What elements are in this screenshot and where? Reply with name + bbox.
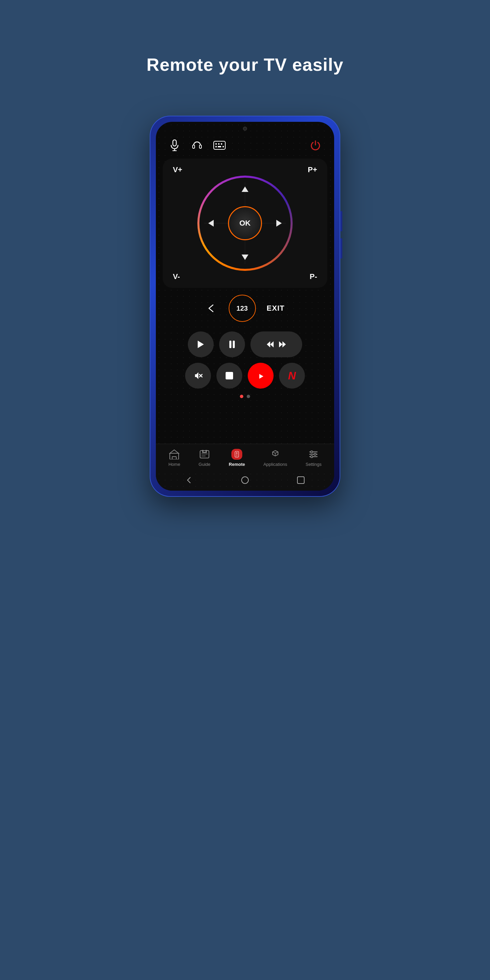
nav-remote[interactable]: Remote — [229, 449, 245, 467]
phone-screen: V+ P+ — [156, 122, 334, 491]
svg-rect-11 — [223, 146, 224, 147]
program-minus-label[interactable]: P- — [310, 272, 317, 281]
guide-icon — [199, 449, 210, 460]
dpad-up-button[interactable] — [241, 186, 249, 192]
netflix-button[interactable]: N — [279, 363, 305, 388]
svg-rect-3 — [192, 145, 195, 148]
dpad-container: V+ P+ — [163, 159, 327, 288]
svg-rect-9 — [215, 146, 217, 147]
dpad-bottom-labels: V- P- — [169, 272, 321, 281]
svg-rect-28 — [236, 454, 237, 454]
nav-guide[interactable]: Guide — [199, 449, 211, 467]
volume-minus-label[interactable]: V- — [173, 272, 180, 281]
headset-icon[interactable] — [191, 139, 204, 152]
svg-rect-20 — [200, 450, 209, 458]
dot-2 — [247, 395, 250, 398]
youtube-button[interactable] — [248, 363, 274, 388]
svg-rect-7 — [218, 143, 220, 145]
dpad-top-labels: V+ P+ — [169, 165, 321, 174]
num-button[interactable]: 123 — [229, 295, 256, 322]
volume-up-button[interactable] — [340, 211, 342, 231]
page-title: Remote your TV easily — [147, 54, 344, 75]
home-icon — [169, 449, 180, 460]
svg-point-39 — [311, 456, 313, 458]
remote-icon — [231, 449, 242, 460]
applications-label: Applications — [263, 462, 287, 467]
exit-button[interactable]: EXIT — [267, 304, 285, 313]
settings-icon — [308, 449, 319, 460]
home-label: Home — [169, 462, 180, 467]
pause-button[interactable] — [219, 331, 245, 357]
svg-rect-14 — [229, 340, 231, 348]
top-left-icons — [168, 139, 226, 152]
svg-rect-6 — [215, 143, 217, 145]
volume-down-button[interactable] — [340, 238, 342, 259]
power-icon[interactable] — [309, 139, 322, 152]
dpad-down-button[interactable] — [241, 254, 249, 261]
ok-button[interactable]: OK — [228, 206, 262, 240]
front-camera — [243, 127, 247, 130]
nav-applications[interactable]: Applications — [263, 449, 287, 467]
page-dots — [156, 391, 334, 401]
app-row: N — [156, 360, 334, 391]
dot-1 — [240, 395, 243, 398]
svg-point-38 — [314, 453, 316, 455]
settings-label: Settings — [305, 462, 321, 467]
guide-label: Guide — [199, 462, 211, 467]
controls-row: 123 EXIT — [156, 288, 334, 329]
svg-rect-8 — [221, 143, 222, 145]
svg-line-32 — [275, 452, 278, 453]
bottom-nav: Home Guide — [156, 444, 334, 469]
svg-rect-15 — [233, 340, 235, 348]
rewind-forward-button[interactable] — [250, 331, 302, 357]
nav-settings[interactable]: Settings — [305, 449, 321, 467]
svg-rect-25 — [202, 452, 207, 453]
play-button[interactable] — [188, 331, 214, 357]
back-button[interactable] — [205, 303, 218, 314]
svg-rect-0 — [173, 140, 176, 146]
mic-icon[interactable] — [168, 139, 181, 152]
svg-rect-4 — [199, 145, 202, 148]
keyboard-icon[interactable] — [213, 139, 226, 152]
svg-rect-5 — [214, 141, 225, 150]
applications-icon — [270, 449, 281, 460]
svg-rect-29 — [236, 455, 237, 455]
svg-line-31 — [272, 452, 275, 453]
stop-button[interactable] — [216, 363, 242, 388]
media-row — [156, 329, 334, 360]
remote-label: Remote — [229, 462, 245, 467]
svg-rect-19 — [172, 457, 176, 460]
program-plus-label[interactable]: P+ — [308, 165, 317, 174]
svg-rect-22 — [205, 450, 207, 452]
nav-home[interactable]: Home — [169, 449, 180, 467]
svg-point-27 — [236, 453, 237, 453]
phone-frame: V+ P+ — [150, 116, 340, 497]
volume-plus-label[interactable]: V+ — [173, 165, 182, 174]
stop-icon — [226, 372, 233, 379]
mute-button[interactable] — [185, 363, 211, 388]
dpad-right-button[interactable] — [275, 219, 282, 227]
svg-rect-21 — [202, 450, 204, 452]
svg-point-37 — [311, 451, 313, 453]
dpad-circle: OK — [197, 176, 293, 271]
dpad-left-button[interactable] — [208, 219, 215, 227]
svg-rect-10 — [218, 146, 221, 147]
